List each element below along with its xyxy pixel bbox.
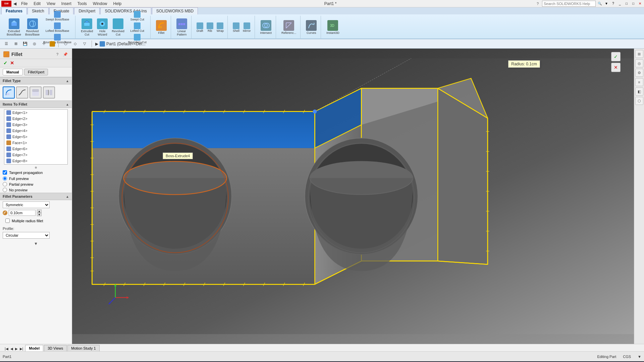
menu-view[interactable]: View [44, 1, 58, 7]
variable-fillet-btn[interactable] [16, 86, 28, 99]
list-item[interactable]: Edge<9> [4, 164, 67, 165]
search-dropdown[interactable]: ▼ [604, 1, 609, 6]
list-item[interactable]: Edge<8> [4, 158, 67, 164]
right-panel-btn6[interactable]: ⬡ [635, 97, 643, 105]
search-btn[interactable]: 🔍 [597, 1, 602, 6]
items-to-fillet-list[interactable]: Edge<1> Edge<2> Edge<3> Edge<4> Edge<5> [4, 109, 68, 165]
items-to-fillet-header[interactable]: Items To Fillet ▲ [0, 101, 72, 108]
tab-filletxpert[interactable]: FilletXpert [24, 69, 48, 75]
fillet-help-btn[interactable]: ? [54, 51, 60, 57]
fillet-ribbon-btn[interactable]: Fillet [155, 19, 168, 36]
rib-btn[interactable]: Rib [206, 22, 214, 33]
full-round-fillet-btn[interactable] [43, 86, 55, 99]
solidworks-search-input[interactable] [542, 1, 596, 7]
intersect-btn[interactable]: Intersect [259, 19, 273, 36]
toolbar2-btn4[interactable]: ◎ [31, 40, 38, 48]
panel-scroll-down[interactable]: ▼ [0, 240, 72, 247]
radius-down-btn[interactable]: ▼ [37, 213, 42, 216]
no-preview-radio[interactable] [3, 188, 7, 192]
radius-up-btn[interactable]: ▲ [37, 209, 42, 213]
menu-help[interactable]: Help [111, 1, 124, 7]
instant3d-label: Instant3D [326, 32, 339, 35]
toolbar2-grid-btn[interactable]: ⊞ [12, 40, 19, 48]
nav-next[interactable]: ▶ [14, 346, 18, 351]
list-item[interactable]: Edge<5> [4, 134, 67, 140]
right-panel-btn4[interactable]: ≡ [635, 78, 643, 86]
swept-boss-btn[interactable]: Swept Boss/Base [42, 11, 72, 21]
mirror-btn[interactable]: Mirror [242, 22, 252, 33]
partial-preview-radio[interactable] [3, 182, 7, 186]
shell-btn[interactable]: Shell [232, 22, 240, 33]
tab-motion-study[interactable]: Motion Study 1 [67, 345, 99, 351]
minimize-btn[interactable]: _ [617, 1, 623, 6]
close-btn[interactable]: ✕ [637, 1, 643, 6]
face-fillet-btn[interactable] [30, 86, 42, 99]
right-panel-btn1[interactable]: ⊞ [635, 50, 643, 58]
maximize-btn[interactable]: □ [631, 1, 636, 6]
nav-last[interactable]: ▶| [19, 346, 24, 351]
toolbar2-btn5[interactable]: ☩ [40, 40, 48, 48]
profile-select[interactable]: Circular Conic Rho Conic Radius Curvatur… [3, 232, 50, 239]
nav-first[interactable]: |◀ [4, 346, 9, 351]
right-panel-btn5[interactable]: ◧ [635, 87, 643, 96]
cancel-btn[interactable]: ✕ [10, 60, 14, 66]
list-item[interactable]: Edge<7> [4, 152, 67, 158]
nav-prev[interactable]: ◀ [10, 346, 14, 351]
curves-btn[interactable]: Curves [305, 19, 318, 36]
edge-icon [6, 146, 11, 151]
menu-insert[interactable]: Insert [59, 1, 74, 7]
viewport-ok-btn[interactable]: ✓ [611, 52, 621, 61]
tangent-propagation-checkbox[interactable] [3, 170, 7, 175]
fillet-pin-btn[interactable]: 📌 [62, 51, 68, 57]
revolved-cut-btn[interactable]: RevolvedCut [110, 18, 126, 37]
fillet-type-section-header[interactable]: Fillet Type ▲ [0, 77, 72, 84]
tab-manual[interactable]: Manual [3, 69, 23, 75]
revolved-boss-btn[interactable]: RevolvedBoss/Base [24, 18, 41, 37]
right-panel-btn3[interactable]: ⚙ [635, 69, 643, 77]
ok-btn[interactable]: ✓ [3, 60, 7, 66]
wrap-btn[interactable]: Wrap [216, 22, 225, 33]
hole-wizard-btn[interactable]: HoleWizard [96, 18, 109, 37]
extruded-boss-btn[interactable]: ExtrudedBoss/Base [5, 18, 22, 37]
toolbar2-btn7[interactable]: ◇ [71, 40, 79, 48]
toolbar2-btn6[interactable]: ⬡ [62, 40, 69, 48]
constant-fillet-btn[interactable] [3, 86, 15, 99]
tab-3d-views[interactable]: 3D Views [44, 345, 67, 351]
list-item[interactable]: Edge<3> [4, 122, 67, 128]
tab-model[interactable]: Model [25, 345, 43, 351]
list-item[interactable]: Edge<2> [4, 116, 67, 122]
instant3d-btn[interactable]: 3D Instant3D [325, 19, 341, 36]
linear-pattern-btn[interactable]: LinearPattern [175, 18, 189, 37]
symmetric-select[interactable]: Symmetric [3, 201, 50, 208]
restore-btn[interactable]: □ [624, 1, 629, 6]
toolbar2-save-btn[interactable]: 💾 [21, 40, 29, 48]
reference-btn[interactable]: Referenc... [280, 19, 298, 36]
right-panel-btn2[interactable]: ◎ [635, 59, 643, 67]
list-item[interactable]: Edge<6> [4, 146, 67, 152]
help-btn[interactable]: ? [610, 1, 616, 6]
radius-input[interactable]: 0.10cm [9, 210, 36, 216]
list-item[interactable]: Edge<4> [4, 128, 67, 134]
tab-mbd[interactable]: SOLIDWORKS MBD [152, 7, 198, 14]
menu-edit[interactable]: Edit [31, 1, 43, 7]
menu-tools[interactable]: Tools [75, 1, 90, 7]
swept-cut-btn[interactable]: Swept Cut [127, 11, 148, 21]
viewport-cancel-btn[interactable]: ✕ [611, 63, 621, 72]
draft-btn[interactable]: Draft [196, 22, 204, 33]
menu-window[interactable]: Window [90, 1, 110, 7]
lofted-boss-btn[interactable]: Lofted Boss/Base [42, 22, 72, 33]
list-item[interactable]: Edge<1> [4, 110, 67, 116]
toolbar2-view-btn[interactable]: ☰ [3, 40, 10, 48]
full-preview-radio[interactable] [3, 176, 7, 181]
model-viewport-svg[interactable] [72, 49, 634, 344]
fillet-params-header[interactable]: Fillet Parameters ▲ [0, 193, 72, 200]
lofted-cut-btn[interactable]: Lofted Cut [127, 22, 148, 33]
back-arrow[interactable]: ◀ [13, 1, 16, 6]
extruded-cut-btn[interactable]: ExtrudedCut [79, 18, 94, 37]
toolbar2-color-btn[interactable] [50, 41, 55, 47]
status-unit-dropdown[interactable]: ▼ [638, 355, 641, 359]
list-item[interactable]: Face<1> [4, 140, 67, 146]
toolbar2-btn8[interactable]: ▽ [81, 40, 88, 48]
multiple-radius-checkbox[interactable] [5, 219, 10, 223]
menu-file[interactable]: File [18, 1, 30, 7]
